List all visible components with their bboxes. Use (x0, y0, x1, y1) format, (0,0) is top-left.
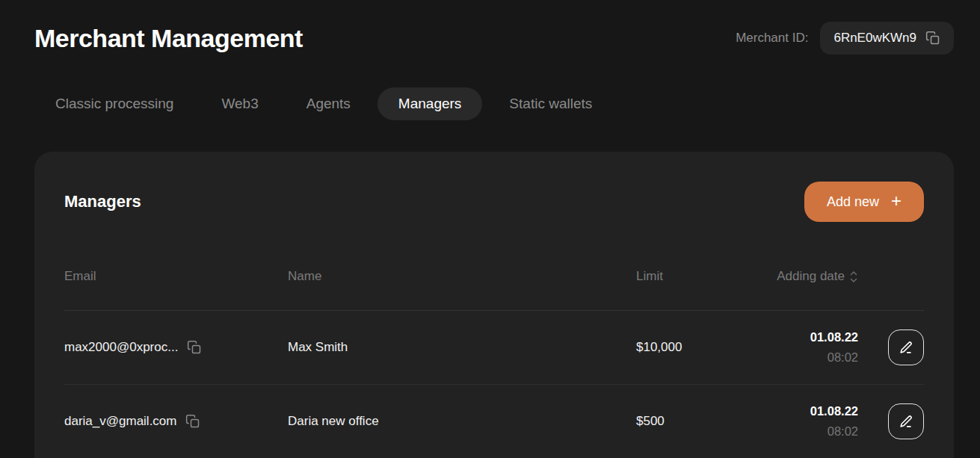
actions-cell (888, 329, 924, 365)
merchant-id-label: Merchant ID: (736, 31, 808, 46)
date-cell: 01.08.22 08:02 (768, 327, 858, 368)
tab-agents[interactable]: Agents (286, 87, 372, 120)
add-new-label: Add new (827, 194, 879, 210)
limit-cell: $10,000 (636, 340, 768, 355)
column-header-limit: Limit (636, 269, 768, 284)
pen-icon (898, 339, 914, 356)
date-value: 01.08.22 (768, 327, 858, 347)
actions-cell (888, 403, 924, 439)
managers-panel: Managers Add new + Email Name Limit Addi… (34, 152, 954, 458)
column-header-adding-date[interactable]: Adding date (777, 269, 858, 284)
column-header-email: Email (64, 269, 288, 284)
panel-header: Managers Add new + (64, 152, 924, 222)
date-cell: 01.08.22 08:02 (768, 401, 858, 442)
email-cell: max2000@0xproc... (64, 340, 288, 355)
edit-button[interactable] (888, 329, 924, 365)
copy-icon[interactable] (187, 340, 202, 355)
table-row: daria_v@gmail.com Daria new office $500 … (64, 385, 924, 458)
column-header-adding-date-wrap: Adding date (768, 269, 858, 284)
name-cell: Max Smith (288, 340, 636, 355)
email-cell: daria_v@gmail.com (64, 414, 288, 429)
time-value: 08:02 (768, 347, 858, 368)
limit-cell: $500 (636, 414, 768, 429)
merchant-id: Merchant ID: 6RnE0wKWn9 (736, 22, 954, 55)
tab-static-wallets[interactable]: Static wallets (488, 87, 613, 120)
add-new-button[interactable]: Add new + (804, 182, 924, 222)
page-header: Merchant Management Merchant ID: 6RnE0wK… (0, 0, 980, 55)
tab-managers[interactable]: Managers (377, 87, 483, 120)
copy-icon[interactable] (185, 414, 200, 429)
merchant-id-value: 6RnE0wKWn9 (833, 31, 916, 46)
table-header: Email Name Limit Adding date (64, 222, 924, 311)
page-title: Merchant Management (34, 24, 303, 53)
sort-icon (849, 270, 858, 283)
column-header-name: Name (288, 269, 636, 284)
tab-bar: Classic processing Web3 Agents Managers … (0, 87, 980, 120)
plus-icon: + (891, 192, 902, 210)
date-value: 01.08.22 (768, 401, 858, 421)
panel-title: Managers (64, 192, 141, 211)
email-text: max2000@0xproc... (64, 340, 178, 355)
edit-button[interactable] (888, 403, 924, 439)
tab-classic-processing[interactable]: Classic processing (34, 87, 194, 120)
table-row: max2000@0xproc... Max Smith $10,000 01.0… (64, 311, 924, 385)
name-cell: Daria new office (288, 414, 636, 429)
email-text: daria_v@gmail.com (64, 414, 176, 429)
pen-icon (898, 413, 914, 430)
copy-icon[interactable] (925, 31, 940, 46)
tab-web3[interactable]: Web3 (200, 87, 279, 120)
time-value: 08:02 (768, 421, 858, 442)
adding-date-label: Adding date (777, 269, 845, 284)
merchant-id-pill[interactable]: 6RnE0wKWn9 (820, 22, 954, 55)
